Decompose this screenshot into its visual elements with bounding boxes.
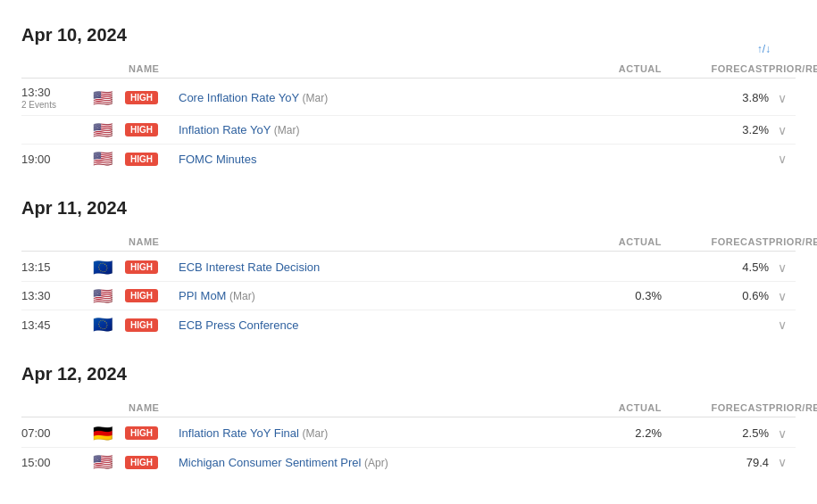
event-time: 07:00 (21, 426, 93, 440)
event-name[interactable]: FOMC Minutes (179, 153, 447, 166)
event-name[interactable]: Core Inflation Rate YoY (Mar) (179, 91, 447, 104)
event-badge: HIGH (125, 456, 179, 469)
event-flag: 🇺🇸 (93, 151, 125, 167)
col-header-prior: PRIOR/REV. (769, 236, 796, 247)
event-flag: 🇩🇪 (93, 426, 125, 442)
event-flag: 🇺🇸 (93, 90, 125, 106)
table-row[interactable]: 🇺🇸HIGHInflation Rate YoY (Mar)3.2%∨ (21, 116, 796, 145)
event-badge: HIGH (125, 123, 179, 136)
expand-chevron-icon[interactable]: ∨ (769, 123, 796, 137)
section-0: Apr 10, 2024 NAME ACTUAL FORECAST PRIOR/… (21, 25, 796, 173)
col-header-actual: ACTUAL (554, 63, 662, 74)
event-name[interactable]: Inflation Rate YoY (Mar) (179, 123, 447, 136)
expand-chevron-icon[interactable]: ∨ (769, 152, 796, 166)
col-header-name: NAME (125, 63, 447, 74)
event-time: 13:30 (21, 289, 93, 302)
col-header-forecast: FORECAST (662, 63, 769, 74)
event-badge: HIGH (125, 91, 179, 104)
event-time: 13:302 Events (21, 86, 93, 110)
legend-arrows: ↑/↓ (757, 43, 771, 55)
event-name[interactable]: Inflation Rate YoY Final (Mar) (179, 426, 447, 440)
expand-chevron-icon[interactable]: ∨ (769, 318, 796, 332)
event-badge: HIGH (125, 153, 179, 166)
date-header: Apr 10, 2024 (21, 25, 796, 45)
legend: ↑/↓ (757, 43, 774, 55)
expand-chevron-icon[interactable]: ∨ (769, 260, 796, 275)
event-name[interactable]: ECB Interest Rate Decision (179, 260, 447, 274)
event-prior: 3.8% (662, 91, 769, 104)
event-forecast: 0.3% (554, 289, 662, 302)
col-header-name: NAME (125, 402, 447, 413)
event-prior: 2.5% (662, 426, 769, 440)
col-header-forecast: FORECAST (662, 236, 769, 247)
table-row[interactable]: 13:15🇪🇺HIGHECB Interest Rate Decision4.5… (21, 253, 796, 282)
table-row[interactable]: 19:00🇺🇸HIGHFOMC Minutes∨ (21, 145, 796, 173)
event-name[interactable]: Michigan Consumer Sentiment Prel (Apr) (179, 456, 447, 469)
table-row[interactable]: 07:00🇩🇪HIGHInflation Rate YoY Final (Mar… (21, 419, 796, 448)
col-header-actual: ACTUAL (554, 402, 662, 413)
event-prior: 4.5% (662, 260, 769, 274)
event-name[interactable]: ECB Press Conference (179, 318, 447, 332)
event-prior: 0.6% (662, 289, 769, 302)
event-flag: 🇺🇸 (93, 122, 125, 138)
event-badge: HIGH (125, 289, 179, 302)
event-time: 13:15 (21, 260, 93, 274)
event-name[interactable]: PPI MoM (Mar) (179, 289, 447, 302)
section-1: Apr 11, 2024 NAME ACTUAL FORECAST PRIOR/… (21, 198, 796, 339)
date-header: Apr 12, 2024 (21, 364, 796, 384)
col-header-name: NAME (125, 236, 447, 247)
table-row[interactable]: 13:30🇺🇸HIGHPPI MoM (Mar)0.3%0.6%∨ (21, 282, 796, 310)
event-time: 13:45 (21, 318, 93, 332)
expand-chevron-icon[interactable]: ∨ (769, 455, 796, 469)
expand-chevron-icon[interactable]: ∨ (769, 289, 796, 303)
table-row[interactable]: 13:45🇪🇺HIGHECB Press Conference∨ (21, 310, 796, 339)
event-badge: HIGH (125, 318, 179, 332)
table-header-row: NAME ACTUAL FORECAST PRIOR/REV. (21, 399, 796, 417)
event-flag: 🇪🇺 (93, 317, 125, 333)
col-header-prior: PRIOR/REV. (769, 63, 796, 74)
expand-chevron-icon[interactable]: ∨ (769, 426, 796, 441)
table-row[interactable]: 13:302 Events🇺🇸HIGHCore Inflation Rate Y… (21, 80, 796, 116)
event-time: 15:00 (21, 456, 93, 469)
col-header-prior: PRIOR/REV. (769, 402, 796, 413)
event-prior: 3.2% (662, 123, 769, 136)
table-row[interactable]: 15:00🇺🇸HIGHMichigan Consumer Sentiment P… (21, 448, 796, 476)
event-forecast: 2.2% (554, 426, 662, 440)
event-badge: HIGH (125, 260, 179, 274)
table-header-row: NAME ACTUAL FORECAST PRIOR/REV. (21, 233, 796, 252)
event-flag: 🇺🇸 (93, 288, 125, 304)
event-prior: 79.4 (662, 456, 769, 469)
col-header-actual: ACTUAL (554, 236, 662, 247)
section-2: Apr 12, 2024 NAME ACTUAL FORECAST PRIOR/… (21, 364, 796, 476)
event-badge: HIGH (125, 426, 179, 440)
date-header: Apr 11, 2024 (21, 198, 796, 219)
event-flag: 🇺🇸 (93, 454, 125, 470)
table-header-row: NAME ACTUAL FORECAST PRIOR/REV. (21, 60, 796, 78)
event-flag: 🇪🇺 (93, 260, 125, 276)
expand-chevron-icon[interactable]: ∨ (769, 91, 796, 105)
col-header-forecast: FORECAST (662, 402, 769, 413)
event-time: 19:00 (21, 153, 93, 166)
